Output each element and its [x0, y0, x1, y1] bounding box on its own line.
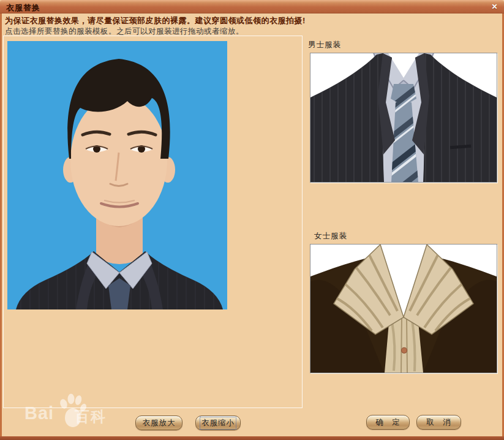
men-clothing-template[interactable] — [310, 53, 497, 183]
dialog-title: 衣服替换 — [6, 2, 40, 13]
window-border-left — [0, 13, 2, 436]
close-icon[interactable]: ✕ — [489, 2, 500, 12]
portrait-photo[interactable] — [7, 41, 227, 309]
warning-text: 为保证衣服替换效果，请尽量保证颈部皮肤的裸露。建议穿圆领或低领的衣服拍摄! — [5, 15, 489, 26]
window-border-bottom — [0, 436, 504, 440]
clothes-replace-dialog: 衣服替换 ✕ 为保证衣服替换效果，请尽量保证颈部皮肤的裸露。建议穿圆领或低领的衣… — [0, 0, 504, 440]
men-clothing-label: 男士服装 — [308, 40, 341, 50]
women-jacket-graphic — [310, 245, 497, 373]
women-clothing-label: 女士服装 — [314, 231, 347, 241]
title-bar: 衣服替换 ✕ — [0, 0, 504, 13]
men-suit-graphic — [310, 53, 497, 182]
watermark-cjk-text: 百科 — [75, 407, 107, 427]
shrink-clothes-button[interactable]: 衣服缩小 — [195, 415, 241, 430]
cancel-label: 取 消 — [425, 417, 453, 428]
enlarge-clothes-button[interactable]: 衣服放大 — [135, 415, 182, 430]
shrink-clothes-label: 衣服缩小 — [200, 417, 236, 429]
enlarge-clothes-label: 衣服放大 — [141, 417, 177, 429]
portrait-graphic — [7, 41, 227, 309]
ok-button[interactable]: 确 定 — [366, 415, 410, 430]
cancel-button[interactable]: 取 消 — [416, 415, 461, 430]
ok-label: 确 定 — [374, 417, 402, 428]
women-clothing-template[interactable] — [310, 244, 497, 373]
